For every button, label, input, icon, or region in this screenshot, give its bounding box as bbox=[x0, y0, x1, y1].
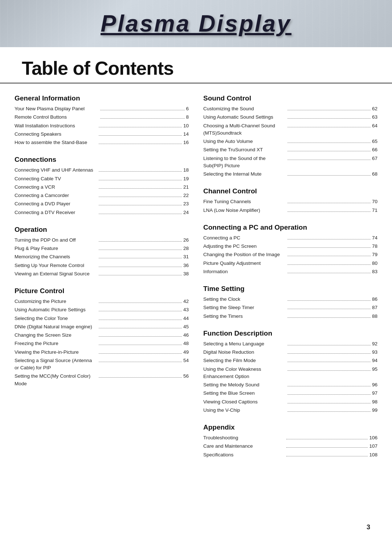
entry-page: 24 bbox=[183, 209, 189, 216]
entry-dots bbox=[99, 328, 181, 328]
entry-page: 65 bbox=[372, 138, 377, 145]
entry-dots bbox=[287, 212, 370, 212]
entry-page: 107 bbox=[369, 443, 377, 450]
section-general-information: General InformationYour New Plasma Displ… bbox=[15, 94, 189, 146]
entry-page: 48 bbox=[183, 340, 189, 347]
entry-page: 86 bbox=[372, 296, 377, 303]
entry-text: Customizing the Picture bbox=[15, 298, 97, 305]
entry-text: Setting the TruSurround XT bbox=[203, 146, 286, 153]
entry-text: Information bbox=[203, 268, 286, 275]
entry-page: 108 bbox=[369, 451, 377, 459]
section-function-description: Function DescriptionSelecting a Menu Lan… bbox=[203, 329, 377, 414]
entry-text: Freezing the Picture bbox=[15, 340, 97, 347]
entry-text: Fine Tuning Channels bbox=[203, 198, 286, 205]
toc-entry: Setting the MCC(My Control Color) Mode56 bbox=[15, 373, 189, 387]
toc-entry: Customizing the Picture42 bbox=[15, 298, 189, 305]
entry-page: 79 bbox=[372, 251, 377, 258]
entry-page: 95 bbox=[372, 366, 377, 373]
entry-dots bbox=[99, 275, 181, 275]
entry-text: Viewing the Picture-in-Picture bbox=[15, 349, 97, 356]
toc-entry: Changing the Screen Size46 bbox=[15, 332, 189, 339]
entry-page: 45 bbox=[183, 323, 189, 330]
toc-entry: DNIe (Digital Natural Image engine)45 bbox=[15, 323, 189, 330]
toc-entry: Connecting Cable TV19 bbox=[15, 175, 189, 182]
toc-entry: Picture Quality Adjustment80 bbox=[203, 260, 377, 267]
entry-text: Setting the Melody Sound bbox=[203, 381, 286, 389]
entry-page: 38 bbox=[183, 270, 189, 278]
entry-dots bbox=[100, 118, 184, 119]
toc-entry: Listening to the Sound of the Sub(PIP) P… bbox=[203, 155, 377, 170]
entry-page: 8 bbox=[186, 114, 189, 121]
entry-text: Selecting a Menu Language bbox=[203, 340, 286, 348]
entry-dots bbox=[99, 303, 181, 303]
entry-dots bbox=[287, 411, 370, 412]
section-time-setting: Time SettingSetting the Clock86Setting t… bbox=[203, 285, 377, 320]
entry-text: Using the V-Chip bbox=[203, 407, 286, 414]
entry-page: 88 bbox=[372, 313, 377, 320]
entry-page: 98 bbox=[372, 398, 377, 406]
right-column: Sound ControlCustomizing the Sound62Usin… bbox=[203, 94, 377, 468]
section-appendix: AppendixTroubleshooting106Care and Maint… bbox=[203, 423, 377, 459]
section-title-general-information: General Information bbox=[15, 94, 189, 102]
toc-entry: Connecting Speakers14 bbox=[15, 131, 189, 138]
entry-text: Connecting a DTV Receiver bbox=[15, 209, 97, 216]
entry-page: 43 bbox=[183, 306, 189, 313]
section-picture-control: Picture ControlCustomizing the Picture42… bbox=[15, 287, 189, 387]
entry-dots bbox=[99, 311, 181, 311]
entry-dots bbox=[287, 110, 370, 110]
entry-dots bbox=[99, 353, 181, 354]
header-banner: Plasma Display bbox=[0, 0, 392, 47]
entry-text: Care and Maintenance bbox=[203, 443, 285, 450]
entry-text: Your New Plasma Display Panel bbox=[15, 105, 99, 112]
entry-text: Connecting Speakers bbox=[15, 131, 97, 138]
entry-text: Changing the Screen Size bbox=[15, 332, 97, 339]
entry-dots bbox=[99, 377, 181, 378]
toc-entry: How to assemble the Stand-Base16 bbox=[15, 139, 189, 146]
toc-entry: Plug & Play Feature28 bbox=[15, 245, 189, 252]
entry-dots bbox=[287, 247, 370, 248]
section-title-sound-control: Sound Control bbox=[203, 94, 377, 102]
page-title: Table of Contents bbox=[22, 57, 370, 79]
content-area: General InformationYour New Plasma Displ… bbox=[0, 94, 392, 468]
entry-page: 66 bbox=[372, 146, 377, 153]
entry-page: 74 bbox=[372, 234, 377, 242]
entry-page: 87 bbox=[372, 304, 377, 311]
toc-entry: Using the Color Weakness Enhancement Opt… bbox=[203, 366, 377, 381]
toc-entry: Using Automatic Sound Settings63 bbox=[203, 114, 377, 121]
toc-entry: Digital Noise Reduction93 bbox=[203, 349, 377, 356]
section-title-operation: Operation bbox=[15, 226, 189, 234]
entry-dots bbox=[287, 127, 370, 127]
toc-entry: Selecting the Film Mode94 bbox=[203, 357, 377, 364]
toc-entry: Connecting a Camcorder22 bbox=[15, 192, 189, 199]
entry-page: 93 bbox=[372, 349, 377, 356]
entry-dots bbox=[287, 175, 370, 176]
entry-dots bbox=[99, 362, 181, 362]
entry-dots bbox=[287, 151, 370, 151]
section-connecting-pc: Connecting a PC and OperationConnecting … bbox=[203, 223, 377, 275]
toc-entry: Your New Plasma Display Panel6 bbox=[15, 105, 189, 112]
entry-dots bbox=[287, 264, 370, 265]
toc-entry: Selecting the Internal Mute68 bbox=[203, 171, 377, 178]
toc-entry: Memorizing the Channels31 bbox=[15, 253, 189, 260]
entry-page: 14 bbox=[183, 131, 189, 138]
header-title: Plasma Display bbox=[101, 10, 291, 37]
entry-page: 28 bbox=[183, 245, 189, 252]
entry-dots bbox=[99, 267, 181, 267]
entry-dots bbox=[99, 320, 181, 320]
entry-text: Setting the MCC(My Control Color) Mode bbox=[15, 373, 97, 387]
entry-dots bbox=[99, 336, 181, 337]
entry-page: 63 bbox=[372, 114, 377, 121]
toc-entry: Setting the TruSurround XT66 bbox=[203, 146, 377, 153]
entry-page: 67 bbox=[372, 155, 377, 162]
toc-entry: Using the Auto Volume65 bbox=[203, 138, 377, 145]
entry-text: Remote Control Buttons bbox=[15, 114, 99, 121]
entry-page: 78 bbox=[372, 243, 377, 250]
section-title-function-description: Function Description bbox=[203, 329, 377, 337]
toc-entry: Selecting the Color Tone44 bbox=[15, 315, 189, 322]
section-title-connections: Connections bbox=[15, 156, 189, 164]
section-title-picture-control: Picture Control bbox=[15, 287, 189, 295]
section-sound-control: Sound ControlCustomizing the Sound62Usin… bbox=[203, 94, 377, 178]
entry-text: Using Automatic Picture Settings bbox=[15, 306, 97, 313]
toc-entry: Setting the Timers88 bbox=[203, 313, 377, 320]
entry-dots bbox=[287, 317, 370, 318]
